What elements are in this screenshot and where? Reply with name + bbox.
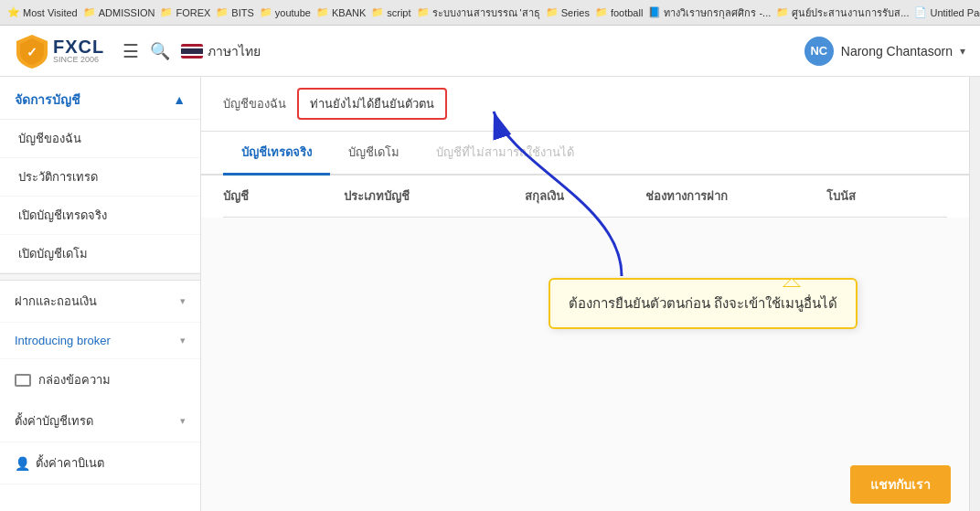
table-section: บัญชี ประเภทบัญชี สกุลเงิน ช่องทางการฝาก… (201, 176, 969, 218)
chat-button[interactable]: แชทกับเรา (850, 465, 951, 504)
sidebar-item-inbox[interactable]: กล่องข้อความ (0, 359, 200, 400)
sidebar-item-open-demo-account[interactable]: เปิดบัญชีเดโม (0, 235, 200, 273)
bookmark-center[interactable]: 📁 ศูนย์ประสานงานการรับส... (776, 5, 909, 21)
bookmark-forex[interactable]: 📁 FOREX (160, 6, 210, 18)
user-name[interactable]: Narong Chantasorn (841, 44, 953, 59)
bookmark-series[interactable]: 📁 Series (546, 6, 590, 18)
sidebar-section-label: จัดการบัญชี (15, 90, 80, 110)
column-currency: สกุลเงิน (525, 186, 645, 206)
tooltip-text: ต้องการยืนยันตัวตนก่อน ถึงจะเข้าใช้เมนูอ… (569, 295, 837, 311)
content-area: บัญชีของฉัน ท่านยังไม่ได้ยืนยันตัวตน (201, 77, 969, 511)
app-container: ✓ FXCL SINCE 2006 ☰ 🔍 ภาษาไทย NC Narong … (0, 26, 980, 511)
sidebar: จัดการบัญชี ▲ บัญชีของฉัน ประวัติการเทรด… (0, 77, 201, 511)
bookmark-kbank[interactable]: 📁 KBANK (316, 6, 366, 18)
user-menu-chevron-icon[interactable]: ▾ (960, 45, 965, 58)
deposit-chevron-icon: ▾ (180, 295, 186, 307)
browser-bookmarks-bar: ⭐ Most Visited 📁 ADMISSION 📁 FOREX 📁 BIT… (0, 0, 980, 26)
logo: ✓ FXCL SINCE 2006 (15, 33, 104, 69)
bookmark-youtube[interactable]: 📁 youtube (260, 6, 311, 18)
sidebar-divider (0, 273, 200, 281)
bookmark-sarabon[interactable]: 📁 ระบบงานสารบรรณ 'สาธุ (417, 5, 540, 21)
column-account: บัญชี (223, 186, 344, 206)
content-top-bar: บัญชีของฉัน ท่านยังไม่ได้ยืนยันตัวตน (201, 77, 969, 132)
cabinet-settings-person-icon: 👤 (15, 456, 30, 471)
user-avatar: NC (804, 37, 834, 66)
sidebar-item-introducing-broker[interactable]: Introducing broker ▾ (0, 323, 200, 359)
logo-since: SINCE 2006 (53, 56, 104, 64)
sidebar-collapse-icon: ▲ (173, 92, 186, 107)
breadcrumb: บัญชีของฉัน (223, 94, 286, 113)
tooltip-box: ต้องการยืนยันตัวตนก่อน ถึงจะเข้าใช้เมนูอ… (549, 278, 858, 329)
column-bonus: โบนัส (826, 186, 947, 206)
search-button[interactable]: 🔍 (150, 41, 170, 61)
bookmark-football[interactable]: 📁 football (595, 6, 643, 18)
account-settings-chevron-icon: ▾ (180, 415, 186, 427)
bookmark-facebook[interactable]: 📘 ทางวิเราษกรกุลศศิกร -... (648, 5, 771, 21)
svg-text:✓: ✓ (27, 45, 37, 59)
sidebar-item-cabinet-settings[interactable]: 👤 ตั้งค่าคาบิเนต (0, 442, 200, 484)
thai-flag-icon (181, 44, 203, 59)
logo-fxcl: FXCL (53, 37, 104, 56)
top-navigation: ✓ FXCL SINCE 2006 ☰ 🔍 ภาษาไทย NC Narong … (0, 26, 980, 77)
bookmark-most-visited[interactable]: ⭐ Most Visited (7, 6, 78, 18)
bookmark-bits[interactable]: 📁 BITS (216, 6, 253, 18)
logo-shield-icon: ✓ (15, 33, 49, 69)
tab-disabled-account: บัญชีที่ไม่สามารถใช้งานได้ (418, 132, 592, 176)
user-area: NC Narong Chantasorn ▾ (804, 37, 965, 66)
sidebar-item-account-settings[interactable]: ตั้งค่าบัญชีเทรด ▾ (0, 400, 200, 442)
logo-text: FXCL SINCE 2006 (53, 37, 104, 64)
ib-chevron-icon: ▾ (180, 335, 186, 346)
main-content: จัดการบัญชี ▲ บัญชีของฉัน ประวัติการเทรด… (0, 77, 980, 511)
sidebar-item-deposit-withdraw[interactable]: ฝากและถอนเงิน ▾ (0, 281, 200, 323)
inbox-icon (15, 374, 31, 387)
language-selector[interactable]: ภาษาไทย (181, 41, 261, 61)
bookmark-untitled[interactable]: 📄 Untitled Page (914, 6, 980, 18)
sidebar-item-trade-history[interactable]: ประวัติการเทรด (0, 158, 200, 197)
verify-identity-button[interactable]: ท่านยังไม่ได้ยืนยันตัวตน (297, 88, 447, 120)
column-account-type: ประเภทบัญชี (344, 186, 525, 206)
sidebar-item-my-account[interactable]: บัญชีของฉัน (0, 120, 200, 158)
tab-real-account[interactable]: บัญชีเทรดจริง (223, 132, 330, 176)
hamburger-menu-button[interactable]: ☰ (122, 40, 139, 62)
sidebar-item-open-real-account[interactable]: เปิดบัญชีเทรดจริง (0, 197, 200, 235)
tabs-bar: บัญชีเทรดจริง บัญชีเดโม บัญชีที่ไม่สามาร… (201, 132, 969, 176)
table-header: บัญชี ประเภทบัญชี สกุลเงิน ช่องทางการฝาก… (223, 176, 947, 218)
scrollbar[interactable] (969, 77, 980, 511)
tab-demo-account[interactable]: บัญชีเดโม (330, 132, 418, 176)
bookmark-script[interactable]: 📁 script (371, 6, 410, 18)
bookmark-admission[interactable]: 📁 ADMISSION (83, 6, 155, 18)
sidebar-section-account-management[interactable]: จัดการบัญชี ▲ (0, 77, 200, 120)
language-label: ภาษาไทย (208, 41, 261, 61)
column-deposit-channel: ช่องทางการฝาก (645, 186, 826, 206)
